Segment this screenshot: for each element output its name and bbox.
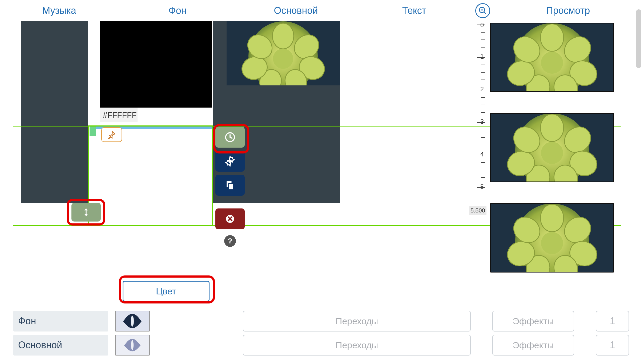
svg-point-48: [541, 232, 563, 254]
help-button[interactable]: ?: [224, 235, 236, 247]
color-hex-field[interactable]: #FFFFFF: [100, 108, 138, 122]
layer-label[interactable]: Фон: [13, 311, 108, 332]
effects-button[interactable]: Эффекты: [492, 311, 574, 332]
pin-button[interactable]: [101, 127, 122, 142]
layer-row-main: Основной Переходы Эффекты 1: [13, 335, 629, 356]
delete-button[interactable]: [215, 208, 245, 229]
time-ruler: 0 1 2 3 4 5: [469, 21, 485, 208]
duration-button[interactable]: [215, 127, 245, 148]
preview-column: [490, 23, 615, 273]
layer-label[interactable]: Основной: [13, 335, 108, 356]
svg-point-6: [272, 23, 294, 49]
ruler-tick-label: 3: [480, 118, 484, 125]
tab-music[interactable]: Музыка: [0, 5, 118, 16]
tab-background[interactable]: Фон: [118, 5, 237, 16]
effects-count[interactable]: 1: [596, 335, 629, 356]
copy-button[interactable]: [215, 175, 245, 196]
ruler-tick-label: 2: [480, 85, 484, 93]
svg-point-28: [541, 52, 563, 74]
svg-line-1: [484, 12, 486, 14]
ruler-tick-label: 5: [480, 183, 484, 191]
transitions-button[interactable]: Переходы: [243, 311, 471, 332]
svg-point-13: [273, 49, 293, 69]
svg-point-41: [541, 204, 564, 232]
ruler-tick-label: 4: [480, 151, 484, 158]
layer-row-background: Фон Переходы Эффекты 1: [13, 311, 629, 332]
settings-button[interactable]: [215, 151, 245, 172]
clip-toolbar: ?: [215, 127, 245, 247]
zoom-in-icon[interactable]: [475, 3, 490, 18]
svg-point-21: [541, 24, 564, 52]
effects-button[interactable]: Эффекты: [492, 335, 574, 356]
ruler-end-time: 5.500: [469, 206, 486, 215]
layer-thumbnail[interactable]: [115, 335, 150, 356]
ruler-tick-label: 0: [480, 21, 484, 29]
svg-point-38: [541, 142, 563, 164]
tab-main[interactable]: Основной: [237, 5, 355, 16]
preview-thumbnail[interactable]: [490, 113, 614, 182]
background-clip-preview[interactable]: [100, 21, 212, 108]
selection-resize-handle-top[interactable]: [90, 127, 96, 136]
resize-vertical-handle[interactable]: [71, 203, 101, 222]
transitions-button[interactable]: Переходы: [243, 335, 471, 356]
svg-point-50: [131, 316, 134, 327]
tab-text[interactable]: Текст: [355, 5, 473, 16]
vertical-scrollbar[interactable]: [636, 9, 641, 68]
music-track-bg: [21, 21, 88, 203]
preview-thumbnail[interactable]: [490, 203, 614, 273]
tab-preview[interactable]: Просмотр: [492, 5, 644, 16]
ruler-tick-label: 1: [480, 53, 484, 60]
color-button[interactable]: Цвет: [123, 281, 210, 302]
svg-point-52: [131, 340, 134, 350]
main-clip-thumbnail[interactable]: [227, 21, 340, 85]
preview-thumbnail[interactable]: [490, 23, 614, 92]
svg-rect-17: [229, 183, 234, 190]
effects-count[interactable]: 1: [596, 311, 629, 332]
svg-point-31: [541, 114, 564, 142]
layer-thumbnail[interactable]: [115, 311, 150, 332]
